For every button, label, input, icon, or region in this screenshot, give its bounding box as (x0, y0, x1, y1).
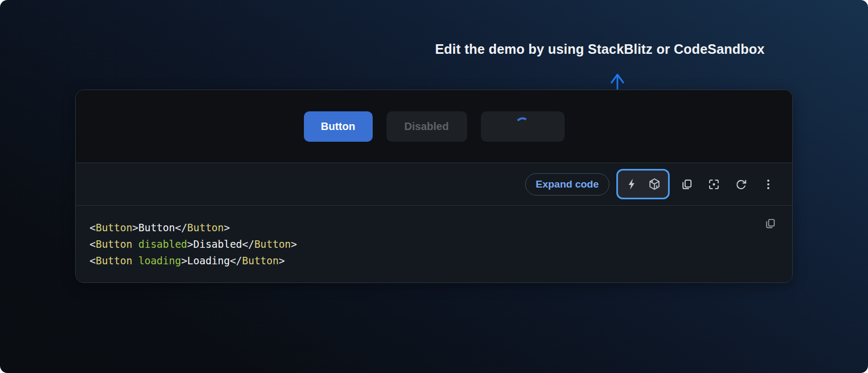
loading-button[interactable] (481, 111, 565, 142)
disabled-button[interactable]: Disabled (387, 111, 467, 142)
demo-toolbar: Expand code (76, 163, 792, 206)
demo-page: Edit the demo by using StackBlitz or Cod… (0, 0, 868, 373)
demo-preview-area: Button Disabled (76, 90, 792, 163)
expand-code-button[interactable]: Expand code (525, 173, 609, 196)
code-lines: <Button>Button</Button><Button disabled>… (90, 220, 760, 269)
more-vertical-icon[interactable] (758, 173, 778, 196)
code-block: <Button>Button</Button><Button disabled>… (76, 206, 792, 282)
loading-spinner-icon (515, 116, 530, 132)
isolate-icon[interactable] (704, 173, 724, 196)
code-copy-icon[interactable] (764, 217, 776, 231)
primary-button[interactable]: Button (304, 111, 373, 142)
copy-icon[interactable] (677, 173, 697, 196)
editor-links-highlight-group (616, 169, 670, 199)
annotation-text: Edit the demo by using StackBlitz or Cod… (435, 42, 765, 57)
demo-card: Button Disabled Expand code (75, 90, 793, 283)
refresh-icon[interactable] (731, 173, 751, 196)
code-line: <Button loading>Loading</Button> (90, 253, 760, 269)
code-line: <Button disabled>Disabled</Button> (90, 236, 760, 253)
codesandbox-cube-icon[interactable] (644, 173, 664, 196)
code-line: <Button>Button</Button> (90, 220, 760, 236)
stackblitz-bolt-icon[interactable] (622, 173, 642, 196)
